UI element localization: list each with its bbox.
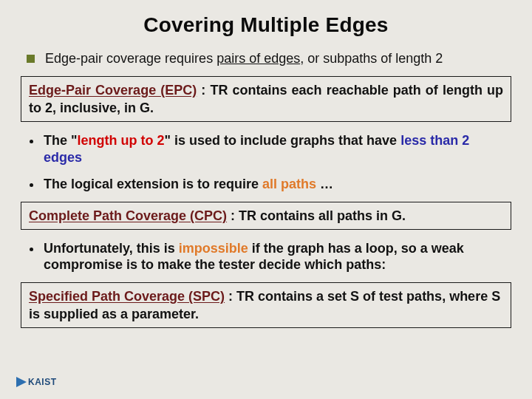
orange-text: all paths	[262, 177, 316, 191]
text-fragment: " is used to include graphs that have	[165, 133, 401, 148]
square-bullet-icon	[27, 55, 35, 63]
definition-name: Specified Path Coverage (SPC)	[29, 289, 225, 304]
text-fragment: , or subpaths of length 2	[300, 51, 443, 66]
text-fragment: The logical extension is to require	[44, 177, 262, 191]
slide-container: Covering Multiple Edges Edge-pair covera…	[0, 0, 532, 399]
underlined-text: pairs of edges	[216, 51, 300, 66]
bullet-text: Unfortunately, this is impossible if the…	[44, 240, 511, 273]
definition-name: Edge-Pair Coverage (EPC)	[29, 83, 197, 98]
logo-text: KAIST	[28, 377, 57, 387]
text-fragment: Edge-pair coverage requires	[45, 51, 216, 66]
text-fragment: The "	[44, 133, 78, 148]
bullet-text: Edge-pair coverage requires pairs of edg…	[45, 50, 443, 67]
definition-name: Complete Path Coverage (CPC)	[29, 208, 227, 223]
kaist-logo: KAIST	[16, 375, 58, 389]
dot-bullet-icon	[30, 183, 33, 187]
orange-text: impossible	[179, 241, 248, 256]
definition-body: : TR contains all paths in G.	[227, 208, 406, 223]
text-fragment: Unfortunately, this is	[44, 241, 179, 256]
bullet-edge-pair-intro: Edge-pair coverage requires pairs of edg…	[21, 50, 511, 67]
slide-title: Covering Multiple Edges	[21, 13, 511, 37]
definition-box-cpc: Complete Path Coverage (CPC) : TR contai…	[21, 202, 511, 230]
bullet-length-up-to-2: The "length up to 2" is used to include …	[21, 132, 511, 166]
dot-bullet-icon	[30, 140, 33, 143]
definition-box-epc: Edge-Pair Coverage (EPC) : TR contains e…	[21, 76, 511, 123]
logo-triangle-icon	[16, 377, 27, 387]
bullet-impossible-loop: Unfortunately, this is impossible if the…	[21, 240, 511, 273]
definition-box-spc: Specified Path Coverage (SPC) : TR conta…	[21, 282, 511, 329]
red-text: length up to 2	[78, 133, 165, 148]
bullet-all-paths: The logical extension is to require all …	[21, 176, 511, 193]
text-fragment: …	[316, 177, 333, 191]
dot-bullet-icon	[30, 248, 33, 251]
bullet-text: The logical extension is to require all …	[44, 176, 333, 193]
bullet-text: The "length up to 2" is used to include …	[44, 132, 511, 166]
